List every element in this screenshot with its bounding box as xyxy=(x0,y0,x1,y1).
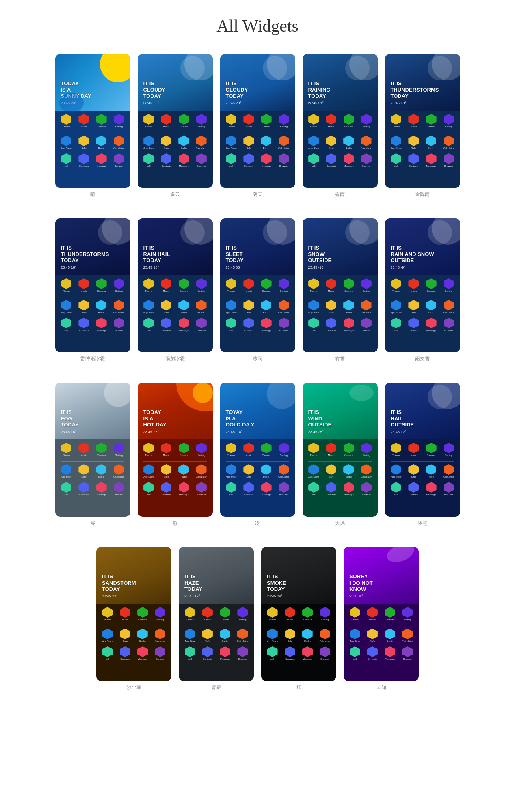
app-label: Camera xyxy=(97,290,106,292)
app-icon-group: Radio xyxy=(137,629,148,642)
widget-card[interactable]: IT IS THUNDERSTORMS TODAY23:45 18°ThemeM… xyxy=(55,218,130,352)
app-icon-group: Calculator xyxy=(361,136,372,149)
widget-card[interactable]: IT IS SMOKE TODAY23:45 29°ThemeMusicCame… xyxy=(261,547,336,681)
app-icon-group: Browser xyxy=(361,153,372,167)
app-icon xyxy=(61,443,71,453)
app-icon xyxy=(179,114,189,125)
widget-card[interactable]: IT IS CLOUDY TODAY23:45 26°ThemeMusicCam… xyxy=(138,54,213,188)
page-title: All Widgets xyxy=(0,0,515,48)
widget-thunder2: IT IS THUNDERSTORMS TODAY23:45 18°ThemeM… xyxy=(55,218,130,362)
app-icon-group: Message xyxy=(137,646,148,660)
app-icon-group: Radio xyxy=(261,464,271,478)
app-label: App Store xyxy=(391,311,402,314)
app-icon xyxy=(267,629,278,639)
widget-card[interactable]: IT IS THUNDERSTORMS TODAY23:45 18°ThemeM… xyxy=(385,54,460,188)
app-icon xyxy=(78,443,89,453)
app-label: call xyxy=(229,329,233,332)
app-label: Safe xyxy=(411,311,416,314)
weather-title: IT IS WIND OUTSIDE xyxy=(308,409,372,428)
app-icon xyxy=(385,607,395,618)
app-icon-group: Music xyxy=(243,114,254,128)
weather-title: IT IS HAIL OUTSIDE xyxy=(391,409,454,428)
app-label: Camera xyxy=(97,125,106,128)
app-icon-group: Calculator xyxy=(278,300,289,314)
app-label: Camera xyxy=(180,454,188,457)
widget-card[interactable]: TOYAY IS A COLD DA Y23:45 -18°ThemeMusic… xyxy=(220,383,295,517)
app-icon-group: Safe xyxy=(367,629,378,642)
app-icon-group: Camera xyxy=(96,114,107,128)
widget-card[interactable]: IT IS RAIN HAIL TODAY23:45 18°ThemeMusic… xyxy=(138,218,213,352)
widget-card[interactable]: IT IS RAINING TODAY23:45 21°ThemeMusicCa… xyxy=(303,54,378,188)
widget-label: 有雨 xyxy=(335,191,345,198)
widget-card[interactable]: IT IS SNOW OUTSIDE23:45 -10°ThemeMusicCa… xyxy=(303,218,378,352)
app-icon xyxy=(302,607,313,618)
app-label: Camera xyxy=(180,290,188,292)
app-icon-group: call xyxy=(350,646,360,660)
app-icon xyxy=(114,136,124,146)
app-icon xyxy=(350,607,360,618)
widget-card[interactable]: IT IS SLEET TODAY23:45 06°ThemeMusicCame… xyxy=(220,218,295,352)
widget-card[interactable]: IT IS FOG TODAY23:45 16°ThemeMusicCamera… xyxy=(55,383,130,517)
app-icon xyxy=(408,482,419,493)
app-icon xyxy=(226,136,236,146)
app-label: Theme xyxy=(268,618,276,621)
widget-card[interactable]: SORRY I DO NOT KNOW23:45 #°ThemeMusicCam… xyxy=(344,547,419,681)
app-icon xyxy=(243,482,254,493)
app-label: call xyxy=(229,493,233,496)
widget-wind: IT IS WIND OUTSIDE23:45 25°ThemeMusicCam… xyxy=(303,383,378,527)
app-icon-group: Music xyxy=(408,114,419,128)
widget-card[interactable]: TODAY IS A SUNNY DAY23:45 23°ThemeMusicC… xyxy=(55,54,130,188)
weather-time: 23:45 -9° xyxy=(391,265,454,269)
app-icon xyxy=(78,136,89,146)
app-label: Contacts xyxy=(162,165,171,167)
widget-card[interactable]: IT IS WIND OUTSIDE23:45 25°ThemeMusicCam… xyxy=(303,383,378,517)
app-label: Browser xyxy=(362,329,371,332)
app-icon xyxy=(402,607,413,618)
weather-time: 23:45 #° xyxy=(349,594,413,598)
app-label: Theme xyxy=(392,454,400,457)
app-icon-group: Safe xyxy=(78,136,89,149)
app-label: Calculator xyxy=(196,476,207,478)
app-icon xyxy=(350,629,360,639)
app-icon xyxy=(308,443,319,453)
widget-card[interactable]: IT IS CLOUDY TODAY23:45 23°ThemeMusicCam… xyxy=(220,54,295,188)
app-label: Radio xyxy=(98,147,104,149)
app-icon xyxy=(361,464,372,475)
widget-card[interactable]: IT IS RAIN AND SNOW OUTSIDE23:45 -9°Them… xyxy=(385,218,460,352)
widget-label: 雨夹雪 xyxy=(415,355,430,362)
app-label: Theme xyxy=(227,454,235,457)
app-icon-group: Safe xyxy=(161,300,171,314)
widget-row-0: TODAY IS A SUNNY DAY23:45 23°ThemeMusicC… xyxy=(0,48,515,204)
app-label: App Store xyxy=(184,640,195,642)
app-icon-group: Browser xyxy=(402,646,413,660)
app-icon-group: App Store xyxy=(391,300,402,314)
app-icon-group: Music xyxy=(202,607,213,621)
app-icon-group: call xyxy=(308,318,319,332)
app-icon xyxy=(408,278,419,289)
app-icon-group: Music xyxy=(243,278,254,292)
widget-card[interactable]: TODAY IS A HOT DAY23:45 28°ThemeMusicCam… xyxy=(138,383,213,517)
widget-unknown: SORRY I DO NOT KNOW23:45 #°ThemeMusicCam… xyxy=(344,547,419,691)
app-icon-group: Message xyxy=(302,646,313,660)
app-icon-group: call xyxy=(391,482,401,496)
app-label: Message xyxy=(426,493,436,496)
app-label: Setting xyxy=(156,618,164,621)
app-icon xyxy=(385,629,395,639)
app-label: Music xyxy=(81,125,87,128)
widget-card[interactable]: IT IS HAZE TODAY23:45 17°ThemeMusicCamer… xyxy=(179,547,254,681)
widget-rain: IT IS RAINING TODAY23:45 21°ThemeMusicCa… xyxy=(303,54,378,198)
weather-time: 23:45 21° xyxy=(308,101,372,105)
widget-card[interactable]: IT IS HAIL OUTSIDE23:45 12°ThemeMusicCam… xyxy=(385,383,460,517)
app-icon xyxy=(408,153,419,164)
app-label: Radio xyxy=(98,476,104,478)
app-label: Message xyxy=(426,329,436,332)
app-icon-group: Contacts xyxy=(326,153,336,167)
app-icon-group: Camera xyxy=(302,607,313,621)
app-icon-group: App Store xyxy=(226,300,237,314)
widget-rainhail: IT IS RAIN HAIL TODAY23:45 18°ThemeMusic… xyxy=(138,218,213,362)
app-label: Radio xyxy=(387,640,393,642)
widget-card[interactable]: IT IS SANDSTORM TODAY23:45 23°ThemeMusic… xyxy=(96,547,171,681)
app-icon xyxy=(61,482,71,493)
app-icon-group: App Store xyxy=(267,629,278,642)
app-icon-group: Camera xyxy=(261,443,272,457)
